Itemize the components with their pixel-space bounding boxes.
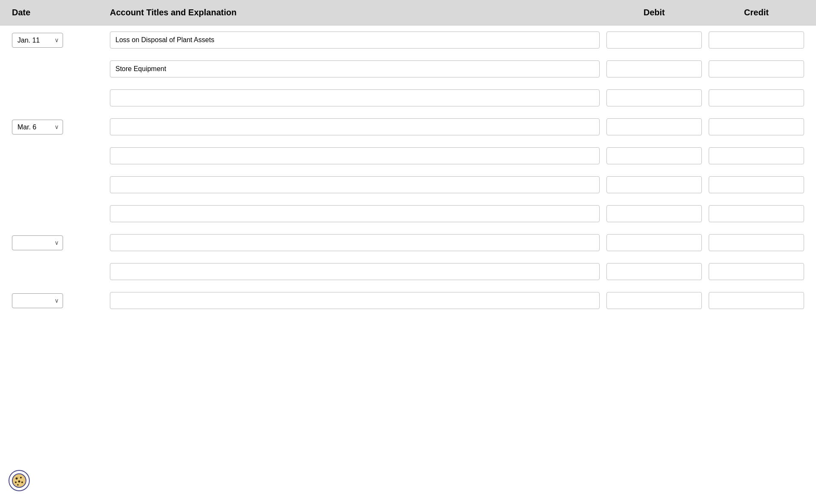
date-select-wrapper-8[interactable]: Jan. 11 Mar. 6 Feb. 1 Apr. 5 xyxy=(12,235,63,250)
credit-input-8[interactable] xyxy=(709,234,804,251)
svg-point-6 xyxy=(17,484,19,486)
date-cell-5 xyxy=(9,154,106,158)
account-input-10[interactable] xyxy=(110,292,600,309)
credit-cell-4 xyxy=(705,117,807,137)
debit-input-4[interactable] xyxy=(606,118,702,135)
table-row xyxy=(9,54,807,83)
debit-cell-5 xyxy=(603,146,705,166)
credit-cell-1 xyxy=(705,30,807,50)
date-cell-1: Jan. 11 Feb. 1 Mar. 6 Apr. 5 xyxy=(9,31,106,49)
credit-cell-2 xyxy=(705,59,807,79)
debit-input-1[interactable] xyxy=(606,32,702,49)
date-select-wrapper-1[interactable]: Jan. 11 Feb. 1 Mar. 6 Apr. 5 xyxy=(12,33,63,48)
debit-cell-10 xyxy=(603,290,705,311)
debit-input-8[interactable] xyxy=(606,234,702,251)
credit-input-4[interactable] xyxy=(709,118,804,135)
account-cell-9 xyxy=(106,261,603,282)
debit-cell-8 xyxy=(603,232,705,253)
account-input-1[interactable] xyxy=(110,32,600,49)
debit-header: Debit xyxy=(603,6,705,19)
credit-input-7[interactable] xyxy=(709,205,804,222)
table-row xyxy=(9,170,807,199)
account-input-9[interactable] xyxy=(110,263,600,280)
account-cell-8 xyxy=(106,232,603,253)
account-cell-4 xyxy=(106,117,603,137)
date-select-wrapper-4[interactable]: Mar. 6 Jan. 11 Feb. 1 Apr. 5 xyxy=(12,120,63,135)
date-cell-3 xyxy=(9,96,106,100)
table-row xyxy=(9,141,807,170)
credit-input-6[interactable] xyxy=(709,176,804,193)
debit-cell-6 xyxy=(603,175,705,195)
account-cell-10 xyxy=(106,290,603,311)
date-cell-4: Mar. 6 Jan. 11 Feb. 1 Apr. 5 xyxy=(9,118,106,136)
date-select-wrapper-10[interactable]: Jan. 11 Mar. 6 Feb. 1 Apr. 5 xyxy=(12,293,63,308)
credit-cell-5 xyxy=(705,146,807,166)
account-input-4[interactable] xyxy=(110,118,600,135)
date-select-8[interactable]: Jan. 11 Mar. 6 Feb. 1 Apr. 5 xyxy=(12,235,63,250)
credit-input-1[interactable] xyxy=(709,32,804,49)
account-cell-1 xyxy=(106,30,603,50)
date-cell-6 xyxy=(9,183,106,186)
credit-input-2[interactable] xyxy=(709,60,804,77)
account-input-7[interactable] xyxy=(110,205,600,222)
date-select-4[interactable]: Mar. 6 Jan. 11 Feb. 1 Apr. 5 xyxy=(12,120,63,135)
cookie-icon xyxy=(11,473,27,488)
credit-input-3[interactable] xyxy=(709,89,804,106)
debit-cell-4 xyxy=(603,117,705,137)
svg-point-2 xyxy=(20,477,22,478)
table-row: Mar. 6 Jan. 11 Feb. 1 Apr. 5 xyxy=(9,112,807,141)
account-cell-6 xyxy=(106,175,603,195)
credit-cell-6 xyxy=(705,175,807,195)
debit-input-2[interactable] xyxy=(606,60,702,77)
account-input-2[interactable] xyxy=(110,60,600,77)
debit-cell-9 xyxy=(603,261,705,282)
debit-cell-7 xyxy=(603,203,705,224)
table-row xyxy=(9,83,807,112)
debit-input-10[interactable] xyxy=(606,292,702,309)
debit-cell-1 xyxy=(603,30,705,50)
date-header: Date xyxy=(9,6,106,19)
table-row: Jan. 11 Feb. 1 Mar. 6 Apr. 5 xyxy=(9,26,807,54)
date-cell-9 xyxy=(9,270,106,273)
account-cell-7 xyxy=(106,203,603,224)
credit-input-5[interactable] xyxy=(709,147,804,164)
table-row: Jan. 11 Mar. 6 Feb. 1 Apr. 5 xyxy=(9,228,807,257)
table-row xyxy=(9,257,807,286)
account-input-6[interactable] xyxy=(110,176,600,193)
table-row: Jan. 11 Mar. 6 Feb. 1 Apr. 5 xyxy=(9,286,807,315)
credit-header: Credit xyxy=(705,6,807,19)
date-select-1[interactable]: Jan. 11 Feb. 1 Mar. 6 Apr. 5 xyxy=(12,33,63,48)
svg-point-3 xyxy=(18,481,20,483)
credit-cell-8 xyxy=(705,232,807,253)
date-select-10[interactable]: Jan. 11 Mar. 6 Feb. 1 Apr. 5 xyxy=(12,293,63,308)
table-header: Date Account Titles and Explanation Debi… xyxy=(0,0,816,26)
credit-cell-9 xyxy=(705,261,807,282)
debit-input-5[interactable] xyxy=(606,147,702,164)
svg-point-1 xyxy=(16,478,18,480)
table-body: Jan. 11 Feb. 1 Mar. 6 Apr. 5 xyxy=(0,26,816,315)
svg-point-4 xyxy=(15,481,17,483)
account-header: Account Titles and Explanation xyxy=(106,6,603,19)
debit-cell-3 xyxy=(603,88,705,108)
credit-input-10[interactable] xyxy=(709,292,804,309)
credit-cell-7 xyxy=(705,203,807,224)
debit-cell-2 xyxy=(603,59,705,79)
credit-cell-3 xyxy=(705,88,807,108)
account-input-3[interactable] xyxy=(110,89,600,106)
debit-input-6[interactable] xyxy=(606,176,702,193)
account-input-8[interactable] xyxy=(110,234,600,251)
debit-input-9[interactable] xyxy=(606,263,702,280)
date-cell-7 xyxy=(9,212,106,215)
account-cell-5 xyxy=(106,146,603,166)
debit-input-7[interactable] xyxy=(606,205,702,222)
account-input-5[interactable] xyxy=(110,147,600,164)
date-cell-10: Jan. 11 Mar. 6 Feb. 1 Apr. 5 xyxy=(9,292,106,310)
journal-table: Date Account Titles and Explanation Debi… xyxy=(0,0,816,315)
debit-input-3[interactable] xyxy=(606,89,702,106)
cookie-consent-button[interactable] xyxy=(9,470,30,491)
date-cell-8: Jan. 11 Mar. 6 Feb. 1 Apr. 5 xyxy=(9,234,106,252)
svg-point-5 xyxy=(21,481,23,483)
credit-input-9[interactable] xyxy=(709,263,804,280)
account-cell-3 xyxy=(106,88,603,108)
table-row xyxy=(9,199,807,228)
